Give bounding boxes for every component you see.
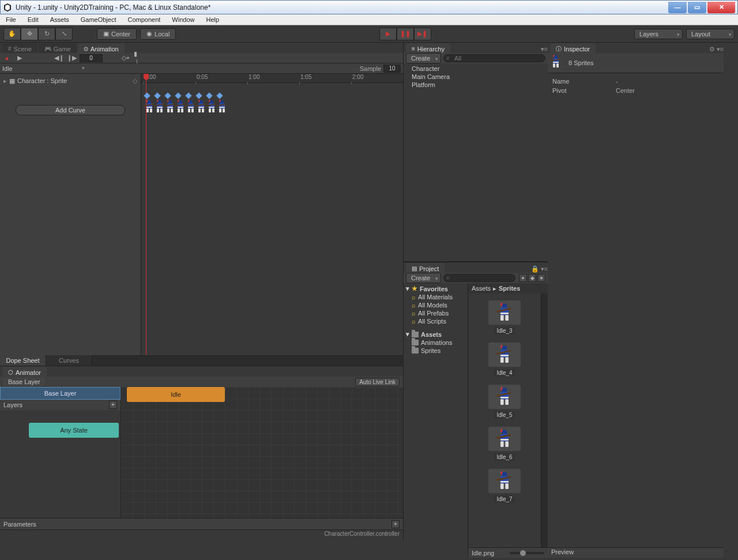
asset-item[interactable]: Idle_6 [484,427,525,461]
thumbnail-size-slider[interactable] [510,552,544,554]
time-ruler[interactable]: 0:00 0:05 1:00 1:05 2:00 [141,74,403,83]
animation-property-item[interactable]: ▸ ▦ Character : Sprite ◇ [0,74,141,88]
assets-group[interactable]: ▾Assets [404,330,468,339]
move-tool-button[interactable]: ✥ [21,28,38,40]
keyframe[interactable] [154,92,160,99]
asset-item[interactable]: Idle_4 [484,343,525,377]
asset-folder-item[interactable]: Animations [404,339,468,347]
add-parameter-button[interactable]: + [391,520,400,528]
hierarchy-create-dropdown[interactable]: Create [406,53,441,63]
asset-item[interactable]: Idle_3 [484,300,525,335]
rotate-tool-button[interactable]: ↻ [38,28,55,40]
project-tree: ▾★Favorites ⌕All Materials ⌕All Models ⌕… [404,283,468,558]
project-vscrollbar[interactable] [541,294,548,547]
playhead[interactable] [146,74,146,355]
favorite-item[interactable]: ⌕All Materials [404,293,468,301]
breadcrumb[interactable]: Base Layer [3,378,45,386]
animation-timeline[interactable]: 0:00 0:05 1:00 1:05 2:00 [141,74,403,355]
favorite-item[interactable]: ⌕All Models [404,301,468,309]
breadcrumb-item[interactable]: Assets [472,285,491,292]
tab-scene[interactable]: #Scene [2,43,37,53]
tab-game[interactable]: 🎮Game [39,43,77,53]
next-keyframe-button[interactable]: ❙▶ [67,54,76,62]
keyframe[interactable] [216,92,223,99]
project-asset-grid: Idle_3 Idle_4 Idle_5 Idle_6 Idle_7 [468,294,541,547]
asset-item[interactable]: Idle_5 [484,385,525,419]
asset-folder-item[interactable]: Sprites [404,347,468,355]
hierarchy-search-input[interactable]: All [443,54,545,62]
keyframe[interactable] [175,92,181,99]
space-local-toggle[interactable]: ◉Local [140,28,176,40]
window-maximize-button[interactable]: ▭ [688,2,706,13]
add-layer-button[interactable]: + [109,401,117,409]
tab-inspector[interactable]: ⓘInspector [550,43,596,53]
panel-menu-icon[interactable]: ▾≡ [541,46,548,53]
asset-item[interactable]: Idle_7 [484,469,525,503]
pivot-center-toggle[interactable]: ▣Center [97,28,137,40]
animator-layer-item[interactable]: Base Layer [0,387,121,400]
step-button[interactable]: ▶❚ [414,28,431,40]
prev-keyframe-button[interactable]: ◀❙ [54,54,63,62]
project-search-input[interactable] [443,274,515,282]
sample-field[interactable]: 10 [383,65,401,73]
menu-edit[interactable]: Edit [22,15,44,24]
clip-dropdown[interactable]: Idle [2,65,86,72]
search-by-label-icon[interactable]: ◆ [528,274,536,282]
favorite-item[interactable]: ⌕All Prefabs [404,309,468,317]
keyframe[interactable] [144,92,150,99]
timeline-hscrollbar[interactable] [92,355,403,366]
breadcrumb-item[interactable]: Sprites [499,285,520,292]
project-create-dropdown[interactable]: Create [406,273,441,283]
favorites-group[interactable]: ▾★Favorites [404,284,468,293]
animator-graph[interactable]: Idle Any State [121,387,403,518]
keyframe[interactable] [206,92,212,99]
menu-help[interactable]: Help [200,15,225,24]
hierarchy-item[interactable]: Platform [404,81,548,89]
hand-tool-button[interactable]: ✋ [3,28,21,40]
hierarchy-item[interactable]: Main Camera [404,73,548,81]
menu-window[interactable]: Window [166,15,200,24]
hierarchy-item[interactable]: Character [404,65,548,73]
menu-component[interactable]: Component [122,15,166,24]
state-node-idle[interactable]: Idle [127,387,225,402]
play-button[interactable]: ▶ [379,28,397,40]
add-keyframe-button[interactable]: ◇+ [121,54,130,62]
save-search-icon[interactable]: ★ [537,274,545,282]
menu-gameobject[interactable]: GameObject [75,15,122,24]
layers-dropdown[interactable]: Layers [634,29,683,39]
dopesheet-tab[interactable]: Dope Sheet [0,355,46,366]
search-by-type-icon[interactable]: ● [519,274,527,282]
curves-tab[interactable]: Curves [46,355,92,366]
inspector-preview-header[interactable]: Preview [548,547,724,558]
record-button[interactable]: ● [2,54,12,62]
tab-animator[interactable]: ⬡Animator [2,367,47,377]
tab-project[interactable]: ▤Project [406,263,445,273]
layout-dropdown[interactable]: Layout [686,29,735,39]
project-toolbar: Create ● ◆ ★ [404,273,548,283]
auto-live-link-toggle[interactable]: Auto Live Link [355,378,400,386]
menu-assets[interactable]: Assets [44,15,75,24]
pause-button[interactable]: ❚❚ [397,28,414,40]
add-event-button[interactable]: ▮｜ [134,54,143,62]
favorite-item[interactable]: ⌕All Scripts [404,317,468,325]
scale-tool-button[interactable]: ⤡ [55,28,73,40]
folder-icon [412,332,419,337]
center-icon: ▣ [103,30,109,37]
state-node-anystate[interactable]: Any State [29,423,119,438]
inspector-gear-icon[interactable]: ⚙ ▾≡ [709,46,724,53]
tab-animation[interactable]: ⊙Animation [78,43,125,53]
menu-file[interactable]: File [0,15,22,24]
anim-play-button[interactable]: ▶ [15,54,24,62]
add-curve-button[interactable]: Add Curve [16,105,125,115]
hierarchy-toolbar: Create All [404,53,548,63]
keyframe[interactable] [164,92,171,99]
tab-hierarchy[interactable]: ≡Hierarchy [406,43,450,53]
property-diamond-icon[interactable]: ◇ [133,77,137,85]
inspector-title: 8 Sprites [568,59,593,66]
window-close-button[interactable]: ✕ [707,2,735,13]
keyframe[interactable] [195,92,202,99]
window-minimize-button[interactable]: — [668,2,687,13]
frame-field[interactable]: 0 [80,54,103,62]
keyframe[interactable] [185,92,191,99]
panel-lock-icon[interactable]: 🔒 ▾≡ [531,265,548,273]
